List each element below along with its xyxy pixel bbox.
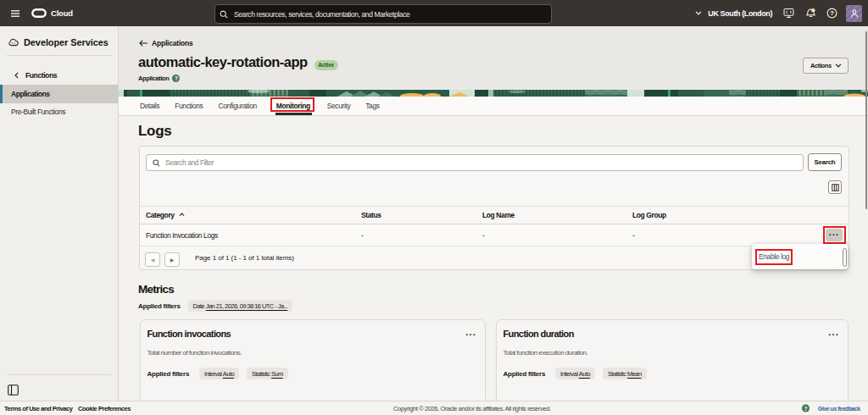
filter-label: Statistic bbox=[608, 370, 626, 378]
actions-button[interactable]: Actions bbox=[803, 58, 849, 74]
tab-content: Logs Search and Filter Search Category S… bbox=[119, 116, 868, 415]
filter-label: Date bbox=[193, 302, 205, 310]
region-label: UK South (London) bbox=[708, 9, 772, 18]
sidebar-title: Developer Services bbox=[0, 26, 118, 47]
cell-log-name: - bbox=[482, 231, 484, 240]
tab-label: Configuration bbox=[218, 102, 256, 110]
active-tab-underline bbox=[275, 113, 312, 116]
filter-value: Mean bbox=[627, 370, 642, 378]
tab-tags[interactable]: Tags bbox=[365, 97, 379, 115]
pagination: ◀ ▶ Page 1 of 1 (1 - 1 of 1 total items) bbox=[140, 246, 849, 270]
region-selector[interactable]: UK South (London) bbox=[695, 0, 772, 26]
column-label: Category bbox=[146, 211, 175, 219]
table-header-row: Category Status Log Name Log Group bbox=[140, 206, 849, 224]
cookie-preferences-link[interactable]: Cookie Preferences bbox=[78, 405, 131, 412]
filter-value: Auto bbox=[579, 370, 590, 378]
card-title: Function duration bbox=[504, 329, 574, 339]
next-page-button[interactable]: ▶ bbox=[164, 252, 180, 267]
global-search-input[interactable]: Search resources, services, documentatio… bbox=[214, 4, 552, 24]
date-filter-chip[interactable]: Date Jan 21, 2026, 09:38:16 UTC - Ja... bbox=[188, 300, 293, 312]
filter-label: Interval bbox=[204, 370, 221, 378]
svg-text:?: ? bbox=[830, 9, 834, 17]
page-title: automatic-key-rotation-app bbox=[138, 55, 308, 69]
interval-filter-chip[interactable]: Interval Auto bbox=[199, 368, 239, 379]
column-header-category[interactable]: Category bbox=[146, 211, 185, 219]
terms-link[interactable]: Terms of Use and Privacy bbox=[4, 405, 72, 412]
announcements-icon[interactable] bbox=[802, 0, 819, 26]
ellipsis-icon: ... bbox=[828, 327, 839, 337]
applied-filters-label: Applied filters bbox=[504, 370, 546, 378]
user-avatar[interactable] bbox=[846, 5, 862, 22]
previous-page-button[interactable]: ◀ bbox=[145, 252, 160, 267]
sidebar-item-pre-built-functions[interactable]: Pre-Built Functions bbox=[0, 102, 118, 121]
metrics-heading: Metrics bbox=[138, 283, 174, 296]
oracle-logo bbox=[31, 8, 47, 18]
metric-card-function-duration: Function duration ... Total function exe… bbox=[496, 319, 849, 412]
chevron-down-icon bbox=[695, 11, 702, 15]
card-title: Function invocations bbox=[147, 329, 231, 339]
actions-label: Actions bbox=[810, 62, 832, 69]
row-actions-menu: Enable log bbox=[752, 244, 848, 269]
logs-panel: Search and Filter Search Category Status… bbox=[139, 146, 849, 270]
column-header-log-name[interactable]: Log Name bbox=[482, 211, 515, 219]
help-icon[interactable]: ? bbox=[823, 0, 840, 26]
search-button[interactable]: Search bbox=[808, 153, 842, 171]
status-badge: Active bbox=[314, 60, 338, 70]
page-header-band: Applications automatic-key-rotation-app … bbox=[119, 26, 868, 90]
logs-search-input[interactable]: Search and Filter bbox=[146, 154, 804, 171]
annotation-box-enable-log bbox=[755, 249, 793, 265]
card-description: Total function execution duration. bbox=[504, 349, 588, 357]
sidebar-bottom-divider bbox=[7, 374, 111, 375]
manage-columns-button[interactable] bbox=[828, 180, 842, 194]
sort-asc-icon bbox=[179, 213, 185, 217]
filter-value: Sum bbox=[271, 370, 283, 378]
cell-category: Function Invocation Logs bbox=[146, 231, 218, 240]
applied-filters-label: Applied filters bbox=[147, 370, 190, 378]
developer-services-icon bbox=[8, 38, 19, 47]
tab-functions[interactable]: Functions bbox=[175, 97, 203, 115]
pagination-label: Page 1 of 1 (1 - 1 of 1 total items) bbox=[195, 254, 294, 262]
annotation-box-monitoring bbox=[270, 97, 314, 112]
card-menu-button[interactable]: ... bbox=[828, 327, 839, 337]
tab-bar: Details Functions Configuration Monitori… bbox=[119, 97, 868, 116]
logs-table: Category Status Log Name Log Group Funct… bbox=[140, 206, 849, 246]
tab-label: Details bbox=[140, 102, 159, 110]
chevron-left-icon bbox=[14, 72, 19, 79]
collapse-sidebar-icon[interactable] bbox=[7, 385, 19, 396]
global-search-placeholder: Search resources, services, documentatio… bbox=[234, 10, 409, 19]
application-help-icon[interactable]: ? bbox=[172, 75, 180, 82]
filter-value: Jan 21, 2026, 09:38:16 UTC - Ja... bbox=[206, 302, 287, 310]
breadcrumb[interactable]: Applications bbox=[139, 39, 193, 47]
sidebar-back-functions[interactable]: Functions bbox=[0, 56, 118, 80]
tab-monitoring[interactable]: Monitoring bbox=[276, 97, 310, 115]
logs-search-placeholder: Search and Filter bbox=[165, 158, 214, 167]
statistic-filter-chip[interactable]: Statistic Mean bbox=[603, 368, 646, 379]
tab-configuration[interactable]: Configuration bbox=[218, 97, 256, 115]
column-header-status[interactable]: Status bbox=[361, 211, 381, 219]
resource-type-label: Application bbox=[138, 75, 169, 82]
column-header-log-group[interactable]: Log Group bbox=[632, 211, 666, 219]
interval-filter-chip[interactable]: Interval Auto bbox=[555, 368, 595, 379]
back-arrow-icon bbox=[139, 40, 147, 47]
logs-heading: Logs bbox=[138, 123, 171, 140]
card-menu-button[interactable]: ... bbox=[465, 327, 476, 337]
tab-details[interactable]: Details bbox=[140, 97, 159, 115]
oracle-cloud-brand[interactable]: Cloud bbox=[31, 8, 73, 18]
feedback-link[interactable]: Give us feedback bbox=[818, 406, 860, 412]
feedback-help-icon[interactable]: ? bbox=[802, 405, 810, 412]
sidebar: Developer Services Functions Application… bbox=[0, 26, 119, 401]
filter-label: Statistic bbox=[252, 370, 270, 378]
statistic-filter-chip[interactable]: Statistic Sum bbox=[247, 368, 288, 379]
annotation-box-row-actions bbox=[823, 226, 846, 244]
cell-status: - bbox=[361, 231, 363, 240]
copyright-text: Copyright © 2026, Oracle and/or its affi… bbox=[393, 405, 551, 412]
top-navigation-bar: Cloud Search resources, services, docume… bbox=[0, 0, 868, 26]
metric-card-function-invocations: Function invocations ... Total number of… bbox=[140, 319, 486, 412]
brand-label: Cloud bbox=[51, 8, 73, 18]
sidebar-item-applications[interactable]: Applications bbox=[0, 85, 118, 103]
tab-security[interactable]: Security bbox=[327, 97, 351, 115]
filter-label: Interval bbox=[560, 370, 577, 378]
cloud-shell-icon[interactable] bbox=[780, 0, 797, 26]
page-scrollbar-thumb[interactable] bbox=[865, 31, 867, 209]
menu-icon[interactable] bbox=[11, 10, 19, 17]
